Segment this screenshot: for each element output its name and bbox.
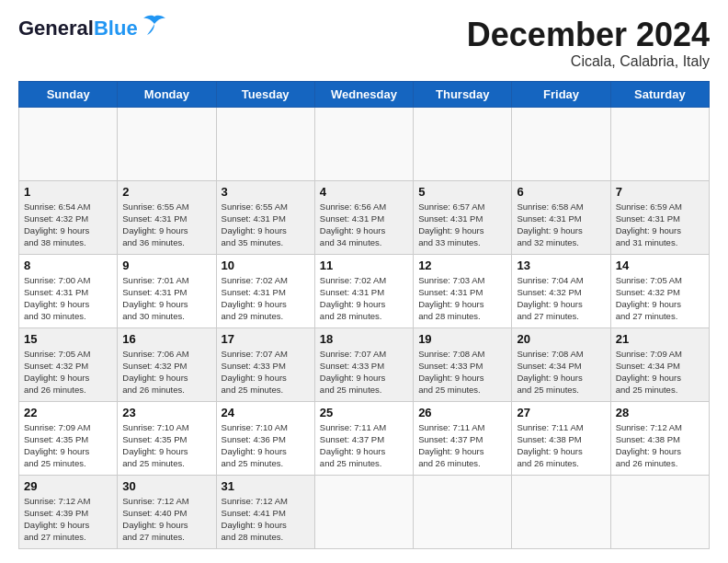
day-info: Sunrise: 7:05 AM Sunset: 4:32 PM Dayligh… [24,348,112,396]
day-number: 6 [517,185,605,199]
calendar-cell: 15Sunrise: 7:05 AM Sunset: 4:32 PM Dayli… [19,327,118,401]
calendar-cell [414,475,512,548]
day-info: Sunrise: 6:58 AM Sunset: 4:31 PM Dayligh… [517,201,605,249]
day-info: Sunrise: 7:12 AM Sunset: 4:41 PM Dayligh… [222,495,310,544]
col-monday: Monday [118,81,216,107]
calendar-cell: 23Sunrise: 7:10 AM Sunset: 4:35 PM Dayli… [118,401,216,475]
title-block: December 2024 Cicala, Calabria, Italy [467,17,710,70]
logo-text: GeneralBlue [18,17,138,40]
calendar-cell: 12Sunrise: 7:03 AM Sunset: 4:31 PM Dayli… [414,254,512,327]
calendar-table: Sunday Monday Tuesday Wednesday Thursday… [18,81,710,549]
calendar-week-1: 1Sunrise: 6:54 AM Sunset: 4:32 PM Daylig… [19,180,710,254]
calendar-cell [314,475,413,548]
day-number: 20 [517,332,605,346]
page: GeneralBlue December 2024 Cicala, Calabr… [0,0,728,558]
calendar-cell [610,107,709,180]
day-number: 17 [222,332,310,346]
calendar-cell: 10Sunrise: 7:02 AM Sunset: 4:31 PM Dayli… [216,254,314,327]
day-info: Sunrise: 7:03 AM Sunset: 4:31 PM Dayligh… [418,274,506,323]
day-number: 15 [24,332,112,346]
calendar-cell: 29Sunrise: 7:12 AM Sunset: 4:39 PM Dayli… [19,475,118,548]
calendar-cell: 27Sunrise: 7:11 AM Sunset: 4:38 PM Dayli… [512,401,610,475]
col-tuesday: Tuesday [216,81,314,107]
day-number: 9 [122,259,210,272]
day-number: 11 [320,259,408,272]
day-info: Sunrise: 7:09 AM Sunset: 4:34 PM Dayligh… [616,348,704,396]
calendar-cell: 7Sunrise: 6:59 AM Sunset: 4:31 PM Daylig… [610,180,709,254]
calendar-cell: 22Sunrise: 7:09 AM Sunset: 4:35 PM Dayli… [19,401,118,475]
calendar-cell: 31Sunrise: 7:12 AM Sunset: 4:41 PM Dayli… [216,475,314,548]
day-number: 10 [222,259,310,272]
day-number: 18 [320,332,408,346]
day-info: Sunrise: 7:11 AM Sunset: 4:37 PM Dayligh… [418,421,506,470]
calendar-cell [19,107,118,180]
logo-bird-icon [142,15,167,40]
day-info: Sunrise: 7:08 AM Sunset: 4:33 PM Dayligh… [418,348,506,396]
day-number: 12 [418,259,506,272]
day-number: 25 [320,406,408,419]
day-info: Sunrise: 6:56 AM Sunset: 4:31 PM Dayligh… [320,201,408,249]
calendar-cell [216,107,314,180]
calendar-cell: 18Sunrise: 7:07 AM Sunset: 4:33 PM Dayli… [314,327,413,401]
day-number: 8 [24,259,112,272]
calendar-cell: 24Sunrise: 7:10 AM Sunset: 4:36 PM Dayli… [216,401,314,475]
day-info: Sunrise: 6:57 AM Sunset: 4:31 PM Dayligh… [418,201,506,249]
day-number: 21 [616,332,704,346]
calendar-week-5: 29Sunrise: 7:12 AM Sunset: 4:39 PM Dayli… [19,475,710,548]
day-number: 16 [122,332,210,346]
day-info: Sunrise: 6:55 AM Sunset: 4:31 PM Dayligh… [222,201,310,249]
calendar-cell: 5Sunrise: 6:57 AM Sunset: 4:31 PM Daylig… [414,180,512,254]
day-info: Sunrise: 7:10 AM Sunset: 4:36 PM Dayligh… [222,421,310,470]
day-number: 30 [122,479,210,493]
calendar-subtitle: Cicala, Calabria, Italy [467,53,710,70]
day-number: 7 [616,185,704,199]
day-number: 19 [418,332,506,346]
calendar-week-2: 8Sunrise: 7:00 AM Sunset: 4:31 PM Daylig… [19,254,710,327]
col-friday: Friday [512,81,610,107]
calendar-cell: 9Sunrise: 7:01 AM Sunset: 4:31 PM Daylig… [118,254,216,327]
day-info: Sunrise: 7:12 AM Sunset: 4:38 PM Dayligh… [616,421,704,470]
calendar-week-0 [19,107,710,180]
day-info: Sunrise: 7:08 AM Sunset: 4:34 PM Dayligh… [517,348,605,396]
calendar-cell: 8Sunrise: 7:00 AM Sunset: 4:31 PM Daylig… [19,254,118,327]
calendar-cell: 19Sunrise: 7:08 AM Sunset: 4:33 PM Dayli… [414,327,512,401]
calendar-cell [512,107,610,180]
day-info: Sunrise: 7:01 AM Sunset: 4:31 PM Dayligh… [122,274,210,323]
calendar-cell: 2Sunrise: 6:55 AM Sunset: 4:31 PM Daylig… [118,180,216,254]
calendar-cell: 21Sunrise: 7:09 AM Sunset: 4:34 PM Dayli… [610,327,709,401]
day-info: Sunrise: 7:04 AM Sunset: 4:32 PM Dayligh… [517,274,605,323]
day-info: Sunrise: 6:55 AM Sunset: 4:31 PM Dayligh… [122,201,210,249]
calendar-cell [512,475,610,548]
calendar-cell [414,107,512,180]
day-info: Sunrise: 7:09 AM Sunset: 4:35 PM Dayligh… [24,421,112,470]
calendar-cell: 14Sunrise: 7:05 AM Sunset: 4:32 PM Dayli… [610,254,709,327]
day-info: Sunrise: 7:00 AM Sunset: 4:31 PM Dayligh… [24,274,112,323]
day-number: 29 [24,479,112,493]
calendar-cell: 16Sunrise: 7:06 AM Sunset: 4:32 PM Dayli… [118,327,216,401]
day-info: Sunrise: 7:02 AM Sunset: 4:31 PM Dayligh… [222,274,310,323]
day-number: 22 [24,406,112,419]
calendar-cell: 17Sunrise: 7:07 AM Sunset: 4:33 PM Dayli… [216,327,314,401]
day-info: Sunrise: 7:05 AM Sunset: 4:32 PM Dayligh… [616,274,704,323]
calendar-cell: 6Sunrise: 6:58 AM Sunset: 4:31 PM Daylig… [512,180,610,254]
day-info: Sunrise: 7:11 AM Sunset: 4:37 PM Dayligh… [320,421,408,470]
col-sunday: Sunday [19,81,118,107]
day-info: Sunrise: 7:10 AM Sunset: 4:35 PM Dayligh… [122,421,210,470]
day-number: 28 [616,406,704,419]
day-info: Sunrise: 6:54 AM Sunset: 4:32 PM Dayligh… [24,201,112,249]
col-thursday: Thursday [414,81,512,107]
day-number: 14 [616,259,704,272]
calendar-cell [610,475,709,548]
calendar-week-4: 22Sunrise: 7:09 AM Sunset: 4:35 PM Dayli… [19,401,710,475]
day-number: 3 [222,185,310,199]
day-number: 27 [517,406,605,419]
day-info: Sunrise: 7:07 AM Sunset: 4:33 PM Dayligh… [320,348,408,396]
calendar-cell: 25Sunrise: 7:11 AM Sunset: 4:37 PM Dayli… [314,401,413,475]
header: GeneralBlue December 2024 Cicala, Calabr… [18,17,710,70]
calendar-cell: 1Sunrise: 6:54 AM Sunset: 4:32 PM Daylig… [19,180,118,254]
calendar-cell [314,107,413,180]
logo: GeneralBlue [18,17,167,40]
day-number: 13 [517,259,605,272]
calendar-cell: 26Sunrise: 7:11 AM Sunset: 4:37 PM Dayli… [414,401,512,475]
calendar-cell: 13Sunrise: 7:04 AM Sunset: 4:32 PM Dayli… [512,254,610,327]
